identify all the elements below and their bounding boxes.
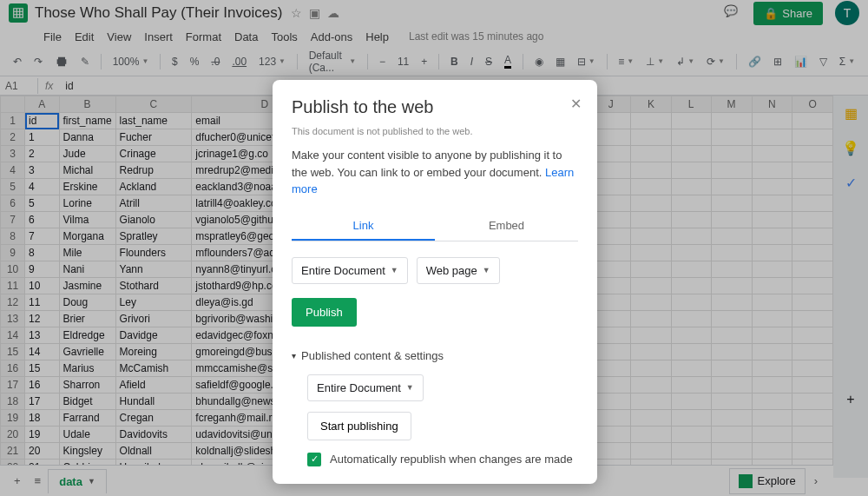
close-icon[interactable]: ✕ — [570, 96, 582, 112]
publish-button[interactable]: Publish — [292, 298, 357, 327]
dialog-subtext: This document is not published to the we… — [292, 126, 578, 136]
dialog-description: Make your content visible to anyone by p… — [292, 147, 578, 198]
chevron-down-icon: ▾ — [292, 351, 296, 360]
tab-embed[interactable]: Embed — [435, 212, 578, 241]
publish-format-dropdown[interactable]: Web page▼ — [417, 257, 500, 284]
auto-republish-checkbox[interactable]: ✓ — [307, 453, 321, 466]
chevron-down-icon: ▼ — [391, 266, 398, 274]
publish-to-web-dialog: ✕ Publish to the web This document is no… — [273, 80, 597, 484]
auto-republish-label: Automatically republish when changes are… — [330, 453, 573, 466]
published-scope-dropdown[interactable]: Entire Document▼ — [307, 374, 424, 401]
publish-scope-dropdown[interactable]: Entire Document▼ — [292, 257, 408, 284]
chevron-down-icon: ▼ — [483, 266, 490, 274]
published-content-toggle[interactable]: ▾Published content & settings — [292, 349, 578, 362]
start-publishing-button[interactable]: Start publishing — [307, 412, 411, 440]
chevron-down-icon: ▼ — [406, 383, 414, 392]
dialog-title: Publish to the web — [292, 97, 578, 117]
tab-link[interactable]: Link — [292, 212, 435, 241]
